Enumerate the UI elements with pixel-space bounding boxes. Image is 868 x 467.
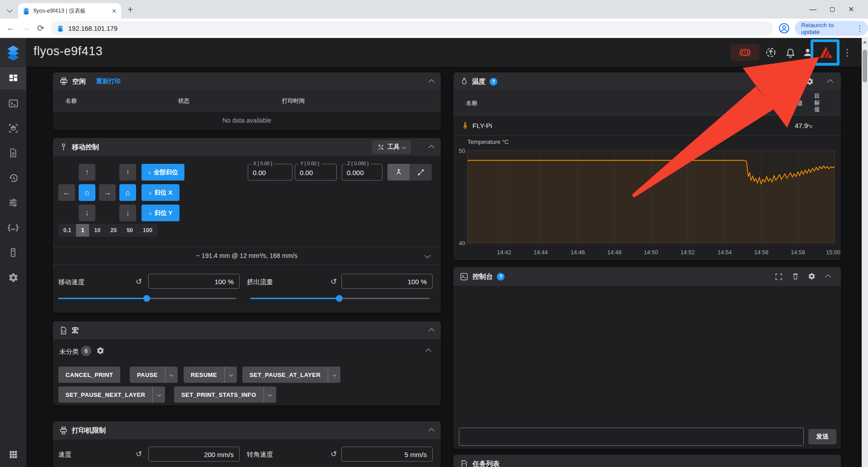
step-1[interactable]: 1 (76, 224, 89, 237)
macros-collapse-icon[interactable] (429, 328, 434, 334)
emergency-stop-button[interactable] (731, 44, 760, 61)
console-trash-icon[interactable] (792, 272, 799, 280)
move-z-minus-button[interactable]: ↓ (119, 205, 136, 221)
macro-resume-dropdown[interactable] (224, 367, 237, 383)
console-panel-header[interactable]: 控制台 ? (453, 267, 841, 286)
sidebar-item-console[interactable] (0, 92, 26, 114)
move-z-plus-button[interactable]: ↑ (119, 164, 136, 181)
profile-icon[interactable] (778, 23, 790, 34)
update-locate-button[interactable] (765, 47, 777, 58)
scrollbar-thumb[interactable] (863, 50, 867, 82)
move-y-minus-button[interactable]: ↓ (79, 205, 95, 221)
home-xy-button[interactable]: ⌂ (79, 184, 95, 201)
browser-menu-kebab-icon[interactable]: ⋮ (854, 24, 865, 33)
speed-reset-icon[interactable]: ↺ (136, 277, 142, 286)
notifications-button[interactable] (785, 47, 796, 58)
temperature-settings-gear-icon[interactable] (806, 77, 814, 86)
home-y-button[interactable]: ⌂归位 Y (142, 205, 179, 221)
sidebar-item-settings[interactable] (0, 266, 26, 289)
step-0.1[interactable]: 0.1 (58, 224, 76, 237)
app-logo[interactable] (0, 38, 26, 67)
browser-tab[interactable]: flyos-e9f413 | 仪表板 ✕ (18, 3, 121, 19)
step-50[interactable]: 50 (122, 224, 138, 237)
sidebar-item-gcode-preview[interactable] (0, 117, 26, 139)
console-input[interactable] (459, 428, 804, 446)
sidebar-item-macros[interactable]: {…} (0, 216, 26, 239)
flow-reset-icon[interactable]: ↺ (330, 277, 337, 286)
app-menu-kebab-icon[interactable]: ⋮ (843, 47, 852, 58)
window-minimize-button[interactable]: — (809, 5, 816, 14)
window-maximize-button[interactable] (830, 7, 835, 12)
home-x-button[interactable]: ⌂归位 X (142, 184, 179, 201)
sidebar-item-machine[interactable] (0, 241, 26, 264)
macro-set-pause-next-layer-button[interactable]: SET_PAUSE_NEXT_LAYER (58, 386, 165, 403)
status-panel-header[interactable]: 空闲 重新打印 (53, 72, 441, 91)
jobs-panel-header[interactable]: 任务列表 (453, 455, 841, 467)
tab-close-icon[interactable]: ✕ (112, 8, 117, 14)
temperature-help-icon[interactable]: ? (490, 78, 497, 86)
tools-dropdown-button[interactable]: 工具 (372, 140, 411, 154)
x-position-field[interactable]: X [ 0.00 ]0.00 (248, 164, 292, 181)
scrollbar-up-arrow-icon[interactable] (863, 41, 867, 43)
sidebar-item-history[interactable] (0, 167, 26, 189)
home-z-button[interactable]: ⌂ (119, 184, 136, 201)
step-100[interactable]: 100 (138, 224, 157, 237)
url-bar[interactable]: 192.168.101.179 (51, 21, 773, 35)
macros-panel-header[interactable]: 宏 (53, 321, 441, 339)
console-fullscreen-icon[interactable] (775, 273, 783, 281)
window-close-button[interactable]: ✕ (848, 5, 854, 14)
sidebar-item-apps[interactable] (0, 443, 26, 466)
velocity-input[interactable]: 200 mm/s (148, 447, 240, 462)
temperature-presets-button[interactable] (759, 75, 785, 89)
step-10[interactable]: 10 (89, 224, 105, 237)
macro-pause-button[interactable]: PAUSE (130, 367, 178, 383)
move-summary[interactable]: ~ 191.4 mm @ 12 mm³/s, 168 mm/s (53, 247, 441, 265)
forward-icon[interactable]: → (22, 23, 30, 33)
macro-set-pause-at-layer-dropdown[interactable] (328, 367, 340, 383)
move-x-plus-button[interactable]: → (99, 184, 116, 201)
macro-cancel-print-button[interactable]: CANCEL_PRINT (58, 367, 120, 383)
home-all-button[interactable]: ⌂全部归位 (142, 164, 184, 181)
new-tab-button[interactable]: + (127, 4, 133, 15)
page-scrollbar[interactable] (862, 38, 868, 467)
scv-reset-icon[interactable]: ↺ (330, 449, 337, 459)
move-y-plus-button[interactable]: ↑ (79, 164, 95, 181)
sidebar-item-tune[interactable] (0, 191, 26, 214)
scv-input[interactable]: 5 mm/s (341, 447, 433, 462)
limits-collapse-icon[interactable] (429, 428, 434, 434)
limits-panel-header[interactable]: 打印机限制 (53, 421, 441, 439)
speed-slider[interactable] (58, 298, 236, 299)
macro-pause-dropdown[interactable] (165, 367, 178, 383)
axis-mode-button[interactable] (387, 164, 410, 181)
relaunch-to-update-button[interactable]: Relaunch to update ⋮ (795, 21, 868, 36)
status-collapse-icon[interactable] (429, 79, 434, 85)
sidebar-item-jobs[interactable] (0, 142, 26, 164)
reprint-button[interactable]: 重新打印 (96, 77, 121, 86)
macro-settings-gear-icon[interactable] (96, 347, 104, 355)
console-send-button[interactable]: 发送 (808, 429, 836, 444)
macro-set-pause-at-layer-button[interactable]: SET_PAUSE_AT_LAYER (242, 367, 340, 383)
macro-category-collapse-icon[interactable] (425, 348, 431, 354)
vector-mode-button[interactable] (410, 164, 432, 181)
move-x-minus-button[interactable]: ← (58, 184, 75, 201)
sensor-row-fly-pi[interactable]: FLY-Pi 47.9°c (453, 115, 841, 136)
reload-icon[interactable]: ⟳ (37, 23, 44, 33)
velocity-reset-icon[interactable]: ↺ (136, 449, 142, 459)
macro-set-pause-next-layer-dropdown[interactable] (152, 386, 165, 403)
macro-set-print-stats-info-dropdown[interactable] (264, 386, 276, 403)
speed-input[interactable]: 100 % (148, 274, 240, 289)
macro-resume-button[interactable]: RESUME (184, 367, 237, 383)
console-log-area[interactable] (453, 286, 841, 422)
temperature-chart[interactable]: Temperature °C 50 40 14:42 14:44 14:46 (453, 136, 841, 260)
console-settings-gear-icon[interactable] (808, 272, 816, 280)
z-position-field[interactable]: Z [ 0.000 ]0.000 (342, 164, 382, 181)
flow-slider[interactable] (250, 298, 429, 299)
macro-set-print-stats-info-button[interactable]: SET_PRINT_STATS_INFO (174, 386, 276, 403)
back-icon[interactable]: ← (6, 23, 15, 33)
flow-input[interactable]: 100 % (341, 274, 433, 289)
sidebar-item-dashboard[interactable] (0, 67, 26, 90)
console-help-icon[interactable]: ? (497, 273, 505, 281)
tab-search-button[interactable] (4, 4, 15, 15)
y-position-field[interactable]: Y [ 0.00 ]0.00 (295, 164, 337, 181)
step-25[interactable]: 25 (105, 224, 122, 237)
